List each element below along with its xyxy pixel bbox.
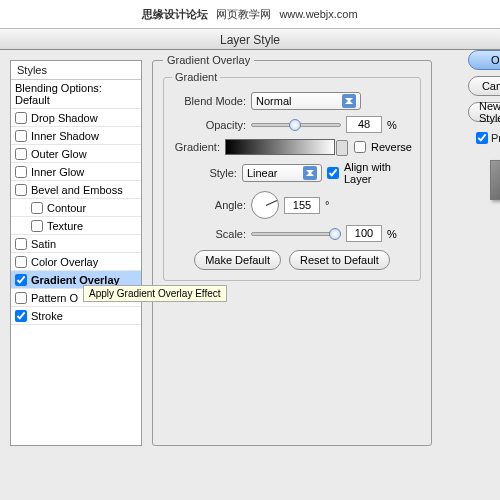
degree-symbol: °: [325, 199, 329, 211]
sidebar-item-label: Inner Shadow: [31, 130, 99, 142]
sidebar-item-stroke[interactable]: Stroke: [11, 307, 141, 325]
sidebar-item-inner-shadow[interactable]: Inner Shadow: [11, 127, 141, 145]
style-checkbox[interactable]: [15, 130, 27, 142]
gradient-overlay-panel: Gradient Overlay Gradient Blend Mode: No…: [152, 60, 432, 446]
angle-dial[interactable]: [251, 191, 279, 219]
opacity-slider[interactable]: [251, 123, 341, 127]
scale-label: Scale:: [172, 228, 246, 240]
angle-input[interactable]: 155: [284, 197, 320, 214]
style-checkbox[interactable]: [15, 166, 27, 178]
scale-input[interactable]: 100: [346, 225, 382, 242]
gradient-subtitle: Gradient: [172, 71, 220, 83]
chevron-down-icon[interactable]: [336, 140, 348, 156]
blend-mode-value: Normal: [256, 95, 291, 107]
opacity-label: Opacity:: [172, 119, 246, 131]
preview-checkbox[interactable]: [476, 132, 488, 144]
sidebar-blending-options[interactable]: Blending Options: Default: [11, 80, 141, 109]
style-checkbox[interactable]: [31, 202, 43, 214]
watermark-text-2: 网页教学网: [216, 7, 271, 22]
blend-mode-label: Blend Mode:: [172, 95, 246, 107]
watermark-url: www.webjx.com: [279, 8, 357, 20]
sidebar-item-label: Color Overlay: [31, 256, 98, 268]
gradient-group: Gradient Blend Mode: Normal Opacity: 48 …: [163, 77, 421, 281]
sidebar-item-label: Texture: [47, 220, 83, 232]
watermark-bar: 思缘设计论坛 网页教学网 www.webjx.com: [0, 0, 500, 28]
sidebar-item-label: Pattern O: [31, 292, 78, 304]
chevron-updown-icon: [342, 94, 356, 108]
preview-label: Preview: [491, 132, 500, 144]
sidebar-item-inner-glow[interactable]: Inner Glow: [11, 163, 141, 181]
layer-style-dialog: Styles Blending Options: Default Drop Sh…: [0, 50, 500, 456]
sidebar-item-color-overlay[interactable]: Color Overlay: [11, 253, 141, 271]
sidebar-item-outer-glow[interactable]: Outer Glow: [11, 145, 141, 163]
styles-sidebar: Styles Blending Options: Default Drop Sh…: [10, 60, 142, 446]
sidebar-item-label: Contour: [47, 202, 86, 214]
sidebar-item-texture[interactable]: Texture: [11, 217, 141, 235]
opacity-input[interactable]: 48: [346, 116, 382, 133]
reverse-label: Reverse: [371, 141, 412, 153]
style-checkbox[interactable]: [15, 184, 27, 196]
sidebar-item-bevel-and-emboss[interactable]: Bevel and Emboss: [11, 181, 141, 199]
sidebar-item-label: Bevel and Emboss: [31, 184, 123, 196]
style-checkbox[interactable]: [15, 274, 27, 286]
gradient-label: Gradient:: [172, 141, 220, 153]
reverse-checkbox[interactable]: [354, 141, 366, 153]
align-label: Align with Layer: [344, 161, 412, 185]
sidebar-item-label: Drop Shadow: [31, 112, 98, 124]
sidebar-item-contour[interactable]: Contour: [11, 199, 141, 217]
make-default-button[interactable]: Make Default: [194, 250, 281, 270]
scale-percent: %: [387, 228, 397, 240]
group-title: Gradient Overlay: [163, 54, 254, 66]
style-checkbox[interactable]: [15, 292, 27, 304]
style-checkbox[interactable]: [15, 148, 27, 160]
style-checkbox[interactable]: [31, 220, 43, 232]
right-button-column: OK Cancel New Style Preview: [454, 50, 500, 200]
sidebar-header-styles[interactable]: Styles: [11, 61, 141, 80]
watermark-text-1: 思缘设计论坛: [142, 7, 208, 22]
dialog-titlebar: Layer Style: [0, 28, 500, 50]
cancel-button[interactable]: Cancel: [468, 76, 500, 96]
sidebar-empty: [11, 325, 141, 445]
style-checkbox[interactable]: [15, 238, 27, 250]
sidebar-item-label: Outer Glow: [31, 148, 87, 160]
tooltip: Apply Gradient Overlay Effect: [83, 285, 227, 302]
reset-default-button[interactable]: Reset to Default: [289, 250, 390, 270]
style-checkbox[interactable]: [15, 112, 27, 124]
sidebar-item-satin[interactable]: Satin: [11, 235, 141, 253]
new-style-button[interactable]: New Style: [468, 102, 500, 122]
sidebar-item-label: Satin: [31, 238, 56, 250]
sidebar-item-label: Gradient Overlay: [31, 274, 120, 286]
style-checkbox[interactable]: [15, 256, 27, 268]
style-label: Style:: [172, 167, 237, 179]
sidebar-item-label: Inner Glow: [31, 166, 84, 178]
scale-slider[interactable]: [251, 232, 341, 236]
blend-mode-dropdown[interactable]: Normal: [251, 92, 361, 110]
style-dropdown[interactable]: Linear: [242, 164, 322, 182]
style-checkbox[interactable]: [15, 310, 27, 322]
chevron-updown-icon: [303, 166, 317, 180]
opacity-percent: %: [387, 119, 397, 131]
sidebar-item-drop-shadow[interactable]: Drop Shadow: [11, 109, 141, 127]
gradient-picker[interactable]: [225, 139, 335, 155]
align-checkbox[interactable]: [327, 167, 339, 179]
angle-label: Angle:: [172, 199, 246, 211]
preview-swatch: [490, 160, 500, 200]
ok-button[interactable]: OK: [468, 50, 500, 70]
style-value: Linear: [247, 167, 278, 179]
sidebar-item-label: Stroke: [31, 310, 63, 322]
